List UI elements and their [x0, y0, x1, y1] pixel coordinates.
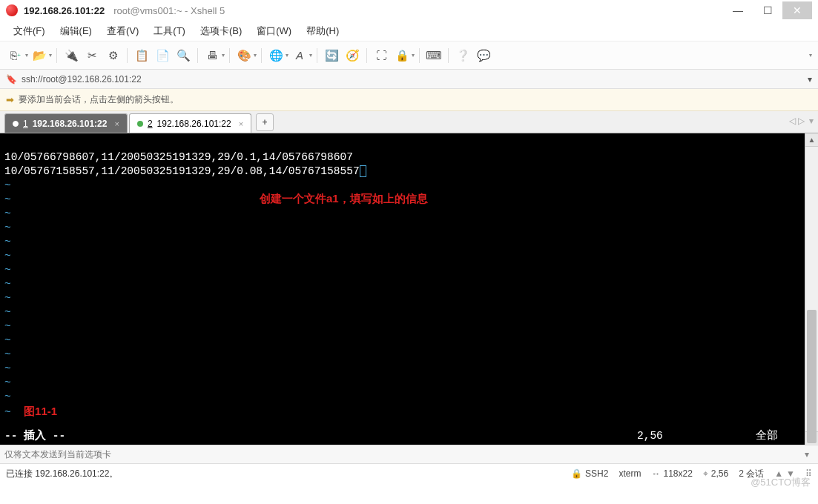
print-icon[interactable]: 🖶 — [202, 46, 222, 65]
protocol: SSH2 — [585, 468, 608, 479]
tab-add-button[interactable]: + — [256, 113, 274, 131]
tilde-line: ~ — [4, 320, 11, 332]
window-title-main: 192.168.26.101:22 — [24, 5, 105, 16]
tilde-line: ~ — [4, 334, 11, 346]
hint-text: 要添加当前会话，点击左侧的箭头按钮。 — [19, 93, 179, 106]
figure-label: 图11-1 — [24, 405, 57, 417]
titlebar: 192.168.26.101:22 root@vms001:~ - Xshell… — [0, 0, 818, 21]
vim-cursor-pos: 2,56 — [637, 429, 756, 443]
open-icon[interactable]: 📂 — [30, 46, 49, 65]
scroll-track[interactable] — [805, 147, 818, 431]
tilde-line: ~ — [4, 208, 11, 219]
copy-icon[interactable]: 📋 — [132, 46, 151, 65]
menubar: 文件(F) 编辑(E) 查看(V) 工具(T) 选项卡(B) 窗口(W) 帮助(… — [0, 21, 818, 42]
disconnect-icon[interactable]: ✂ — [82, 46, 102, 65]
menu-help[interactable]: 帮助(H) — [300, 22, 345, 40]
scrollbar[interactable]: ▲ ▼ — [805, 133, 818, 445]
status-dot-icon — [137, 121, 143, 127]
tab-number: 2 — [148, 119, 153, 129]
cursor-icon — [360, 165, 366, 177]
hint-arrow-icon[interactable]: ➡ — [6, 94, 14, 105]
addressbar: 🔖 ssh://root@192.168.26.101:22 ▾ — [0, 70, 818, 89]
fullscreen-icon[interactable]: ⛶ — [372, 46, 391, 65]
menu-tabs[interactable]: 选项卡(B) — [194, 22, 248, 40]
tilde-line: ~ — [4, 264, 11, 276]
tilde-line: ~ — [4, 391, 11, 402]
compose-bar: ▾ — [0, 445, 818, 464]
session-tab-1[interactable]: 1 192.168.26.101:22 × — [4, 113, 128, 133]
tilde-line: ~ — [4, 250, 11, 262]
bookmark-icon[interactable]: 🔖 — [6, 74, 17, 84]
color-icon[interactable]: 🎨 — [234, 46, 254, 65]
tab-menu-icon[interactable]: ▾ — [809, 116, 814, 126]
chat-icon[interactable]: 💬 — [474, 46, 493, 65]
tilde-line: ~ — [4, 406, 11, 418]
lock-small-icon: 🔒 — [571, 468, 582, 479]
toolbar: ⎘+▾ 📂▾ 🔌 ✂ ⚙ 📋 📄 🔍 🖶▾ 🎨▾ 🌐▾ A▾ 🔄 🧭 ⛶ 🔒▾ … — [0, 42, 818, 70]
app-icon — [6, 4, 18, 16]
menu-view[interactable]: 查看(V) — [101, 22, 145, 40]
address-text[interactable]: ssh://root@192.168.26.101:22 — [22, 74, 142, 84]
maximize-button[interactable]: ☐ — [753, 1, 782, 19]
menu-window[interactable]: 窗口(W) — [251, 22, 297, 40]
tab-label: 192.168.26.101:22 — [33, 119, 108, 129]
lang-icon[interactable]: 🌐 — [266, 46, 286, 65]
size-icon: ↔ — [651, 468, 660, 479]
compose-menu-icon[interactable]: ▾ — [800, 449, 814, 460]
tab-close-icon[interactable]: × — [114, 119, 119, 128]
tab-number: 1 — [23, 119, 28, 129]
close-button[interactable]: ✕ — [782, 1, 812, 19]
vim-percent: 全部 — [756, 429, 800, 443]
tilde-line: ~ — [4, 222, 11, 233]
paste-icon[interactable]: 📄 — [153, 46, 172, 65]
watermark: @51CTO博客 — [751, 476, 811, 489]
terminal-area: 10/05766798607,11/20050325191329,29/0.1,… — [0, 133, 818, 445]
tilde-line: ~ — [4, 292, 11, 304]
keyboard-icon[interactable]: ⌨ — [424, 46, 443, 65]
help-icon[interactable]: ❔ — [453, 46, 472, 65]
scroll-up-icon[interactable]: ▲ — [805, 133, 818, 147]
compass-icon[interactable]: 🧭 — [343, 46, 362, 65]
terminal-line: 10/05767158557,11/20050325191329,29/0.08… — [4, 165, 360, 177]
tilde-line: ~ — [4, 306, 11, 318]
menu-file[interactable]: 文件(F) — [7, 22, 51, 40]
annotation-text: 创建一个文件a1，填写如上的信息 — [260, 191, 428, 205]
term-size: 118x22 — [663, 468, 692, 479]
terminal-line: 10/05766798607,11/20050325191329,29/0.1,… — [4, 151, 353, 163]
tilde-line: ~ — [4, 377, 11, 388]
menu-tools[interactable]: 工具(T) — [148, 22, 191, 40]
tilde-line: ~ — [4, 362, 11, 374]
tabbar: 1 192.168.26.101:22 × 2 192.168.26.101:2… — [0, 111, 818, 133]
address-overflow-icon[interactable]: ▾ — [808, 74, 812, 84]
tilde-line: ~ — [4, 193, 11, 205]
lock-icon[interactable]: 🔒 — [392, 46, 412, 65]
tilde-line: ~ — [4, 278, 11, 290]
scroll-thumb[interactable] — [807, 310, 817, 443]
new-session-icon[interactable]: ⎘+ — [6, 46, 25, 65]
statusbar: 已连接 192.168.26.101:22。 🔒SSH2 xterm ↔118x… — [0, 464, 818, 483]
tab-label: 192.168.26.101:22 — [157, 119, 231, 129]
toolbar-overflow-icon[interactable]: ▾ — [809, 52, 812, 59]
compose-input[interactable] — [4, 449, 800, 460]
find-icon[interactable]: 🔍 — [174, 46, 193, 65]
terminal[interactable]: 10/05766798607,11/20050325191329,29/0.1,… — [0, 133, 805, 445]
infobar: ➡ 要添加当前会话，点击左侧的箭头按钮。 — [0, 89, 818, 111]
caret-icon: ⌖ — [703, 468, 708, 479]
reconnect-icon[interactable]: 🔌 — [62, 46, 81, 65]
tilde-line: ~ — [4, 348, 11, 360]
vim-mode: -- 插入 -- — [4, 429, 65, 443]
status-dot-icon — [13, 121, 19, 127]
tilde-line: ~ — [4, 179, 11, 191]
font-icon[interactable]: A — [290, 46, 309, 65]
properties-icon[interactable]: ⚙ — [103, 46, 122, 65]
tilde-line: ~ — [4, 236, 11, 248]
refresh-icon[interactable]: 🔄 — [322, 46, 341, 65]
tab-nav-icon[interactable]: ◁ ▷ — [789, 116, 805, 126]
tab-close-icon[interactable]: × — [239, 119, 243, 128]
session-tab-2[interactable]: 2 192.168.26.101:22 × — [129, 113, 251, 133]
cursor-pos: 2,56 — [711, 468, 728, 479]
term-type: xterm — [619, 468, 641, 479]
connection-status: 已连接 192.168.26.101:22。 — [6, 468, 118, 480]
menu-edit[interactable]: 编辑(E) — [54, 22, 98, 40]
minimize-button[interactable]: — — [723, 1, 753, 19]
